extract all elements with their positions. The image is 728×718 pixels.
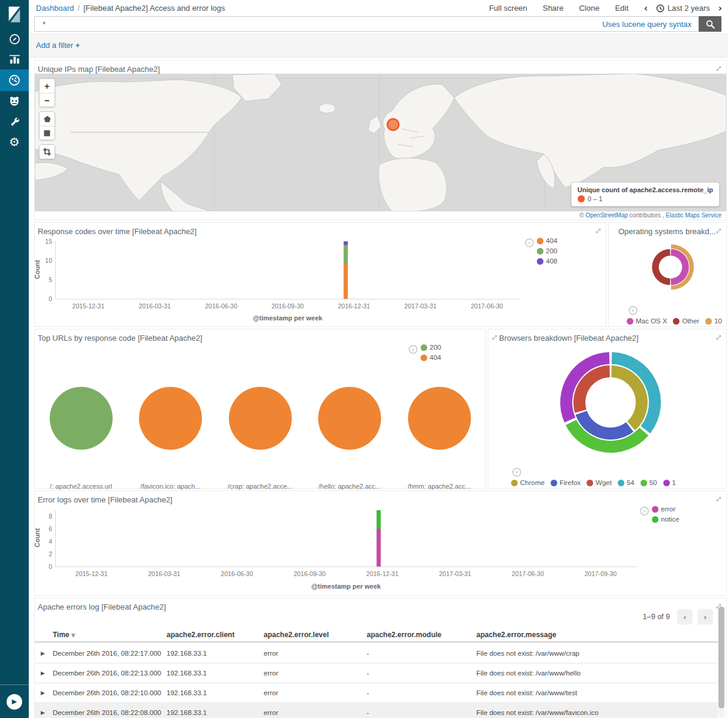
pie-label: /hmm: apache2.acc... — [407, 483, 470, 490]
sidebar-item-dashboard[interactable] — [0, 69, 29, 91]
sidebar-item-dev-tools[interactable] — [0, 111, 29, 132]
expand-panel-icon[interactable] — [715, 64, 723, 72]
expand-panel-icon[interactable] — [715, 226, 723, 234]
search-button[interactable] — [699, 16, 721, 32]
table-scrollbar[interactable] — [718, 607, 724, 718]
legend-item-50[interactable]: 50 — [641, 479, 657, 486]
full-screen-button[interactable]: Full screen — [489, 4, 527, 13]
add-filter-button[interactable]: Add a filter + — [36, 41, 80, 50]
expand-panel-icon[interactable] — [491, 333, 499, 341]
draw-polygon-button[interactable] — [40, 112, 55, 126]
expand-panel-icon[interactable] — [594, 226, 602, 234]
kibana-logo[interactable] — [0, 0, 29, 29]
zoom-out-button[interactable]: − — [40, 93, 55, 107]
clone-button[interactable]: Clone — [579, 4, 599, 13]
legend-collapse-icon[interactable]: › — [640, 507, 649, 516]
elastic-maps-link[interactable]: Elastic Maps Service — [666, 212, 721, 219]
prev-page-button[interactable]: ‹ — [677, 609, 693, 625]
lucene-syntax-link[interactable]: Uses lucene query syntax — [602, 20, 699, 29]
browsers-donut-chart[interactable] — [488, 341, 727, 467]
filter-bar: Add a filter + — [29, 33, 728, 57]
pie-slice-404[interactable] — [229, 387, 292, 450]
breadcrumb-dashboard-link[interactable]: Dashboard — [36, 4, 74, 13]
os-donut-chart[interactable] — [609, 240, 727, 295]
world-map[interactable]: + − Unique count of apache2.access.remot… — [35, 74, 726, 211]
table-row[interactable]: ▶December 26th 2016, 08:22:17.000192.168… — [35, 644, 718, 664]
cell-message: File does not exist: /var/www/crap — [476, 650, 718, 657]
expand-row-icon[interactable]: ▶ — [35, 650, 53, 656]
expand-row-icon[interactable]: ▶ — [35, 710, 53, 716]
y-tick: 4 — [49, 538, 52, 545]
legend-item-54[interactable]: 54 — [618, 479, 635, 486]
url-pie: /favicon.ico: apach... — [128, 351, 213, 490]
bar-segment-404[interactable] — [344, 264, 348, 299]
table-row[interactable]: ▶December 26th 2016, 08:22:13.000192.168… — [35, 664, 718, 683]
sidebar-item-visualize[interactable] — [0, 49, 29, 69]
pie-slice-404[interactable] — [139, 387, 202, 450]
legend-collapse-icon[interactable]: › — [629, 306, 638, 315]
plus-icon: + — [75, 41, 80, 50]
legend-item-Firefox[interactable]: Firefox — [551, 479, 581, 486]
expand-row-icon[interactable]: ▶ — [35, 690, 53, 696]
expand-panel-icon[interactable] — [715, 333, 723, 341]
legend-collapse-icon[interactable]: › — [525, 238, 534, 247]
time-forward-button[interactable]: › — [718, 3, 722, 14]
column-message[interactable]: apache2.error.message — [476, 631, 718, 639]
pie-slice-404[interactable] — [318, 387, 381, 450]
legend-item-200[interactable]: 200 — [421, 344, 441, 351]
map-ip-marker[interactable] — [388, 119, 399, 131]
legend-item-408[interactable]: 408 — [537, 257, 557, 265]
legend-item-Chrome[interactable]: Chrome — [511, 479, 545, 486]
bar-segment-200[interactable] — [344, 245, 348, 264]
edit-button[interactable]: Edit — [615, 4, 628, 13]
sidebar-collapse-button[interactable]: ▶ — [0, 684, 29, 718]
table-row[interactable]: ▶December 26th 2016, 08:22:08.000192.168… — [35, 703, 718, 718]
donut-slice-Other[interactable] — [652, 249, 670, 285]
openstreetmap-link[interactable]: OpenStreetMap — [585, 212, 628, 219]
legend-item-Other[interactable]: Other — [673, 317, 699, 325]
next-page-button[interactable]: › — [697, 609, 713, 625]
pie-slice-200[interactable] — [50, 387, 113, 450]
bar-segment-error[interactable] — [376, 529, 380, 566]
legend-item-error[interactable]: error — [652, 505, 679, 513]
page-count: 1–9 of 9 — [643, 613, 670, 621]
time-picker[interactable]: Last 2 years — [656, 4, 710, 13]
zoom-in-button[interactable]: + — [40, 79, 55, 93]
cell-level: error — [264, 689, 367, 696]
legend-item-1[interactable]: 1 — [663, 479, 676, 486]
expand-row-icon[interactable]: ▶ — [35, 670, 53, 676]
legend-item-Mac OS X[interactable]: Mac OS X — [627, 317, 667, 325]
sidebar-item-discover[interactable] — [0, 29, 29, 49]
bar-segment-notice[interactable] — [376, 510, 380, 529]
query-input[interactable]: * Uses lucene query syntax — [34, 16, 699, 32]
crop-button[interactable] — [40, 145, 55, 159]
legend-item-notice[interactable]: notice — [652, 516, 679, 523]
cell-level: error — [264, 669, 367, 677]
legend-item-10[interactable]: 10 — [705, 317, 722, 325]
column-client[interactable]: apache2.error.client — [167, 631, 264, 639]
sidebar-item-timelion[interactable] — [0, 91, 29, 111]
scrollbar-thumb[interactable] — [718, 607, 724, 708]
stacked-bar-2016-12-31[interactable] — [344, 241, 348, 299]
table-row[interactable]: ▶December 26th 2016, 08:22:10.000192.168… — [35, 683, 718, 703]
legend-label: 50 — [650, 479, 657, 486]
expand-panel-icon[interactable] — [715, 495, 723, 502]
legend-item-404[interactable]: 404 — [537, 237, 557, 244]
column-level[interactable]: apache2.error.level — [264, 631, 367, 639]
y-axis-label: Count — [34, 260, 41, 279]
time-back-button[interactable]: ‹ — [644, 3, 648, 14]
column-module[interactable]: apache2.error.module — [367, 631, 476, 639]
response-codes-chart[interactable]: 151050 — [55, 241, 520, 299]
pie-slice-404[interactable] — [408, 387, 471, 450]
share-button[interactable]: Share — [543, 4, 564, 13]
legend-item-Wget[interactable]: Wget — [587, 479, 612, 486]
legend-item-200[interactable]: 200 — [537, 247, 557, 255]
column-time[interactable]: Time▼ — [53, 631, 167, 639]
stacked-bar-2016-12-31[interactable] — [376, 510, 380, 566]
sidebar-item-management[interactable]: ⚙ — [0, 132, 29, 152]
draw-rectangle-button[interactable] — [40, 126, 55, 140]
legend-swatch — [652, 506, 658, 513]
legend-collapse-icon[interactable]: › — [512, 468, 521, 477]
query-value[interactable]: * — [35, 20, 602, 29]
error-logs-chart[interactable]: 86420 — [55, 510, 637, 567]
